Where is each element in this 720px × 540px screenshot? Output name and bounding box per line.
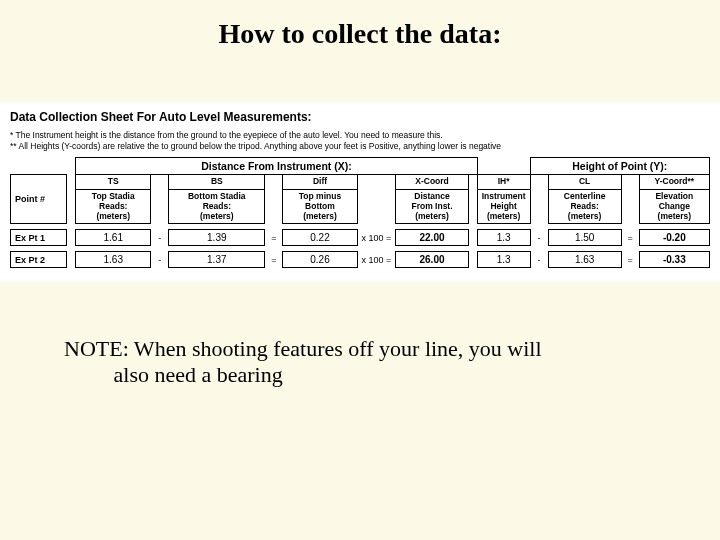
sheet-title: Data Collection Sheet For Auto Level Mea…	[10, 110, 710, 124]
cell-cl: 1.50	[548, 230, 621, 246]
group-head-distance: Distance From Instrument (X):	[76, 158, 477, 175]
group-head-height: Height of Point (Y):	[530, 158, 709, 175]
op-equals: =	[265, 252, 283, 268]
cell-y: -0.33	[639, 252, 709, 268]
cell-y: -0.20	[639, 230, 709, 246]
op-x100: x 100 =	[357, 252, 396, 268]
cell-ih: 1.3	[477, 252, 530, 268]
cell-x: 22.00	[396, 230, 468, 246]
cell-ih: 1.3	[477, 230, 530, 246]
op-minus: -	[151, 252, 169, 268]
data-table: Distance From Instrument (X): Height of …	[10, 157, 710, 268]
op-minus: -	[530, 252, 548, 268]
cell-ts: 1.61	[76, 230, 151, 246]
col-bs-sub: Bottom StadiaReads:(meters)	[169, 190, 265, 224]
col-cl-head: CL	[548, 175, 621, 190]
col-cl-sub: CenterlineReads:(meters)	[548, 190, 621, 224]
cell-diff: 0.26	[283, 252, 357, 268]
table-row: Ex Pt 2 1.63 - 1.37 = 0.26 x 100 = 26.00…	[11, 252, 710, 268]
footnote-1: * The Instrument height is the distance …	[10, 130, 710, 141]
row-label: Ex Pt 2	[11, 252, 67, 268]
col-ts-sub: Top StadiaReads:(meters)	[76, 190, 151, 224]
col-bs-head: BS	[169, 175, 265, 190]
page-title: How to collect the data:	[0, 0, 720, 58]
col-ih-head: IH*	[477, 175, 530, 190]
cell-diff: 0.22	[283, 230, 357, 246]
note-line2: also need a bearing	[114, 362, 283, 387]
col-y-sub: ElevationChange(meters)	[639, 190, 709, 224]
note-line1: NOTE: When shooting features off your li…	[64, 336, 542, 361]
datasheet-band: Data Collection Sheet For Auto Level Mea…	[0, 102, 720, 282]
footnote-2: ** All Heights (Y-coords) are relative t…	[10, 141, 710, 152]
col-diff-sub: Top minusBottom(meters)	[283, 190, 357, 224]
col-diff-head: Diff	[283, 175, 357, 190]
op-minus: -	[151, 230, 169, 246]
col-x-sub: DistanceFrom Inst.(meters)	[396, 190, 468, 224]
cell-bs: 1.39	[169, 230, 265, 246]
note-text: NOTE: When shooting features off your li…	[64, 336, 720, 388]
row-label: Ex Pt 1	[11, 230, 67, 246]
footnotes: * The Instrument height is the distance …	[10, 130, 710, 151]
op-equals: =	[621, 252, 639, 268]
cell-cl: 1.63	[548, 252, 621, 268]
col-ih-sub: InstrumentHeight(meters)	[477, 190, 530, 224]
col-x-head: X-Coord	[396, 175, 468, 190]
op-minus: -	[530, 230, 548, 246]
cell-x: 26.00	[396, 252, 468, 268]
op-equals: =	[265, 230, 283, 246]
col-point: Point #	[11, 175, 67, 224]
col-ts-head: TS	[76, 175, 151, 190]
cell-ts: 1.63	[76, 252, 151, 268]
col-y-head: Y-Coord**	[639, 175, 709, 190]
table-row: Ex Pt 1 1.61 - 1.39 = 0.22 x 100 = 22.00…	[11, 230, 710, 246]
op-equals: =	[621, 230, 639, 246]
op-x100: x 100 =	[357, 230, 396, 246]
cell-bs: 1.37	[169, 252, 265, 268]
